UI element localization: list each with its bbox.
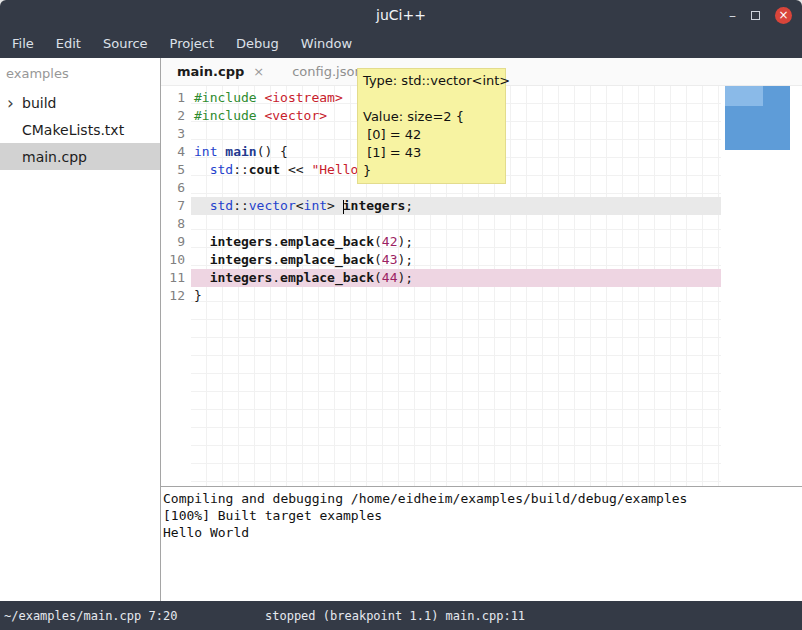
line-number: 2	[161, 107, 191, 125]
close-button[interactable]: ×	[775, 7, 792, 24]
line-number: 11	[161, 269, 191, 287]
chevron-right-icon[interactable]: ›	[7, 96, 21, 110]
menu-source[interactable]: Source	[92, 30, 159, 58]
tab-label: config.json	[292, 64, 363, 79]
titlebar[interactable]: juCi++ – ×	[0, 0, 802, 30]
file-tree-panel: examples ›buildCMakeLists.txtmain.cpp	[0, 58, 161, 601]
menubar: FileEditSourceProjectDebugWindow	[0, 30, 802, 58]
tree-item-build[interactable]: ›build	[0, 89, 160, 116]
status-file-position: ~/examples/main.cpp 7:20	[4, 609, 177, 623]
main-body: examples ›buildCMakeLists.txtmain.cpp ma…	[0, 58, 802, 601]
minimap-viewport	[725, 86, 763, 106]
jucipp-window: juCi++ – × FileEditSourceProjectDebugWin…	[0, 0, 802, 630]
tree-item-label: CMakeLists.txt	[0, 122, 124, 138]
code-line-10[interactable]: 10 integers.emplace_back(43);	[161, 251, 802, 269]
line-number: 3	[161, 125, 191, 143]
editor-area: main.cpp×config.json× 1#include <iostrea…	[161, 58, 802, 601]
code-text: std::vector<int> integers;	[191, 197, 721, 215]
code-line-12[interactable]: 12}	[161, 287, 802, 305]
tooltip-line: [1] = 43	[363, 144, 500, 162]
line-number: 12	[161, 287, 191, 305]
menu-file[interactable]: File	[1, 30, 45, 58]
project-name: examples	[0, 58, 160, 89]
line-number: 8	[161, 215, 191, 233]
code-text: integers.emplace_back(42);	[191, 233, 721, 251]
tab-label: main.cpp	[177, 64, 244, 79]
tooltip-line	[363, 90, 500, 108]
tree-item-cmakelists-txt[interactable]: CMakeLists.txt	[0, 116, 160, 143]
minimize-button[interactable]: –	[729, 8, 736, 22]
tooltip-line: Value: size=2 {	[363, 108, 500, 126]
minimap[interactable]	[725, 86, 790, 150]
maximize-icon	[751, 11, 760, 20]
tooltip-line: }	[363, 162, 500, 180]
tab-close-icon[interactable]: ×	[253, 64, 264, 79]
terminal-line: Compiling and debugging /home/eidheim/ex…	[163, 490, 802, 507]
window-controls: – ×	[729, 0, 792, 30]
code-text	[191, 215, 721, 233]
terminal-line: [100%] Built target examples	[163, 507, 802, 524]
tab-main-cpp[interactable]: main.cpp×	[175, 58, 276, 86]
line-number: 9	[161, 233, 191, 251]
tooltip-line: Type: std::vector<int>	[363, 72, 500, 90]
file-tree: ›buildCMakeLists.txtmain.cpp	[0, 89, 160, 170]
code-line-11[interactable]: 11 integers.emplace_back(44);	[161, 269, 802, 287]
line-number: 10	[161, 251, 191, 269]
line-number: 5	[161, 161, 191, 179]
tree-item-label: build	[21, 95, 56, 111]
debug-value-tooltip: Type: std::vector<int>Value: size=2 { [0…	[357, 68, 506, 184]
line-number: 6	[161, 179, 191, 197]
status-bar: ~/examples/main.cpp 7:20 stopped (breakp…	[0, 601, 802, 630]
code-text: }	[191, 287, 721, 305]
line-number: 1	[161, 89, 191, 107]
code-text: integers.emplace_back(44);	[191, 269, 721, 287]
code-line-7[interactable]: 7 std::vector<int> integers;	[161, 197, 802, 215]
code-line-8[interactable]: 8	[161, 215, 802, 233]
terminal-line: Hello World	[163, 524, 802, 541]
menu-debug[interactable]: Debug	[225, 30, 290, 58]
menu-edit[interactable]: Edit	[45, 30, 92, 58]
tree-item-label: main.cpp	[0, 149, 87, 165]
menu-project[interactable]: Project	[159, 30, 225, 58]
menu-window[interactable]: Window	[290, 30, 363, 58]
status-debug-state: stopped (breakpoint 1.1) main.cpp:11	[265, 609, 525, 623]
code-text: integers.emplace_back(43);	[191, 251, 721, 269]
maximize-button[interactable]	[751, 11, 760, 20]
tooltip-line: [0] = 42	[363, 126, 500, 144]
code-line-9[interactable]: 9 integers.emplace_back(42);	[161, 233, 802, 251]
line-number: 4	[161, 143, 191, 161]
output-terminal[interactable]: Compiling and debugging /home/eidheim/ex…	[161, 486, 802, 601]
line-number: 7	[161, 197, 191, 215]
tree-item-main-cpp[interactable]: main.cpp	[0, 143, 160, 170]
window-title: juCi++	[0, 0, 802, 30]
